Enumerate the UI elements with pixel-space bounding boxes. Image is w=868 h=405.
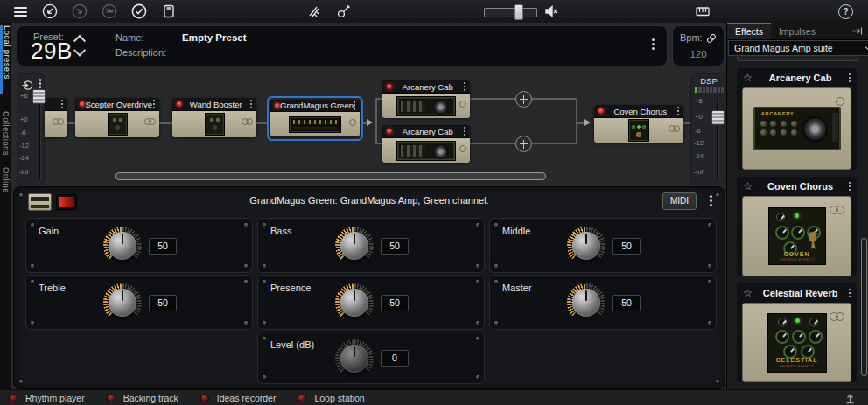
knob-cell-master: Master 50 xyxy=(489,275,717,330)
preset-source-rail: Local presets Collections Online xyxy=(0,23,12,389)
confirm-icon[interactable] xyxy=(131,3,147,19)
effects-list-scrollbar[interactable] xyxy=(861,238,867,376)
footer-item-ideas-recorder[interactable]: Ideas recorder xyxy=(200,393,276,403)
gain-knob[interactable] xyxy=(103,227,142,265)
effect-card-arcanery-cab[interactable]: ☆ Arcanery Cab ARCANERY xyxy=(737,68,857,170)
card-menu-icon[interactable] xyxy=(849,77,851,80)
guitar-icon[interactable] xyxy=(336,3,352,19)
volume-slider-handle[interactable] xyxy=(514,4,523,20)
bpm-value[interactable]: 120 xyxy=(673,49,724,59)
help-button[interactable]: ? xyxy=(838,4,853,19)
effect-card-coven-chorus[interactable]: ☆ Coven Chorus COVEN xyxy=(737,177,857,276)
effects-browser-panel: Effects Impulses Grand Magus Amp suite ☆… xyxy=(726,23,868,389)
input-menu-icon[interactable] xyxy=(39,82,42,85)
mute-icon[interactable] xyxy=(543,3,559,19)
middle-value-field[interactable]: 50 xyxy=(612,238,640,255)
pedal-thumbnail xyxy=(108,113,128,136)
input-fader-handle[interactable] xyxy=(32,89,46,104)
footer-item-backing-track[interactable]: Backing track xyxy=(107,393,178,403)
output-fader-handle[interactable] xyxy=(711,110,724,125)
mono-icon xyxy=(459,140,466,156)
presence-value-field[interactable]: 50 xyxy=(381,295,409,311)
signal-chain: +6 +0 -6 -12 -24 -inf xyxy=(11,66,726,185)
menu-icon[interactable] xyxy=(14,7,27,17)
suite-selector-value: Grand Magus Amp suite xyxy=(734,43,833,53)
chain-block-scepter-overdrive[interactable]: Scepter Overdrive xyxy=(75,98,159,137)
midi-device-icon[interactable] xyxy=(161,3,177,19)
add-node-button[interactable] xyxy=(515,136,532,152)
knob-cell-presence: Presence 50 xyxy=(257,275,485,330)
chain-scrollbar[interactable] xyxy=(116,172,546,180)
pedal-thumbnail xyxy=(628,119,649,142)
stereo-icon xyxy=(830,202,844,218)
level-value-field[interactable]: 0 xyxy=(381,350,409,367)
redo-icon[interactable] xyxy=(72,3,88,19)
presence-knob[interactable] xyxy=(335,283,374,322)
bass-knob[interactable] xyxy=(335,227,374,265)
rail-tab-online[interactable]: Online xyxy=(0,167,11,193)
favorite-star-icon[interactable]: ☆ xyxy=(743,177,752,196)
treble-knob[interactable] xyxy=(103,283,142,322)
master-value-field[interactable]: 50 xyxy=(612,295,640,311)
footer-item-rhythm-player[interactable]: Rhythm player xyxy=(9,393,85,403)
tab-impulses[interactable]: Impulses xyxy=(771,23,823,39)
middle-knob[interactable] xyxy=(567,227,606,265)
effect-card-celestial-reverb[interactable]: ☆ Celestial Reverb CELE xyxy=(737,283,857,382)
preset-down-button[interactable] xyxy=(75,47,88,59)
keyboard-icon[interactable] xyxy=(695,3,710,19)
footer-item-loop-station[interactable]: Loop station xyxy=(298,393,364,403)
preset-menu-icon[interactable] xyxy=(652,43,654,45)
wire-arrow xyxy=(584,119,591,126)
chain-block-wand-booster[interactable]: Wand Booster xyxy=(172,98,256,137)
block-menu-icon[interactable] xyxy=(464,130,466,133)
device-subtext: REVERB EFFECT xyxy=(768,364,826,368)
block-menu-icon[interactable] xyxy=(464,86,466,88)
card-partial[interactable] xyxy=(737,56,858,61)
chain-block-arcanery-cab-2[interactable]: Arcanery Cab xyxy=(382,125,470,163)
rail-tab-local-presets[interactable]: Local presets xyxy=(0,25,12,94)
block-menu-icon[interactable] xyxy=(677,110,680,113)
bpm-link-icon[interactable] xyxy=(706,31,717,47)
card-menu-icon[interactable] xyxy=(849,292,851,295)
midi-button[interactable]: MIDI xyxy=(662,192,696,210)
redo-all-icon[interactable] xyxy=(102,3,117,19)
favorite-star-icon[interactable]: ☆ xyxy=(743,283,752,303)
expand-panel-icon[interactable] xyxy=(844,392,856,405)
collapse-panel-icon[interactable] xyxy=(845,23,868,39)
editor-header: GrandMagus Green: GrandMagus Amp, Green … xyxy=(14,187,724,215)
gain-value-field[interactable]: 50 xyxy=(149,238,177,255)
tab-effects[interactable]: Effects xyxy=(727,23,771,39)
volume-slider[interactable] xyxy=(484,8,537,17)
block-menu-icon[interactable] xyxy=(250,103,253,106)
wire xyxy=(375,143,382,144)
scale-label: -24 xyxy=(694,152,704,160)
dsp-label: DSP xyxy=(691,76,726,86)
suite-selector[interactable]: Grand Magus Amp suite xyxy=(728,40,868,56)
chain-block-coven-chorus[interactable]: Coven Chorus xyxy=(594,105,683,143)
card-menu-icon[interactable] xyxy=(849,185,851,188)
preset-name-value[interactable]: Empty Preset xyxy=(182,32,247,43)
rail-tab-collections[interactable]: Collections xyxy=(0,111,11,156)
tuner-icon[interactable] xyxy=(306,3,322,19)
undo-icon[interactable] xyxy=(42,3,58,19)
bass-value-field[interactable]: 50 xyxy=(381,238,409,255)
block-menu-icon[interactable] xyxy=(61,103,64,106)
chain-block-arcanery-cab-1[interactable]: Arcanery Cab xyxy=(382,80,470,118)
knob-cell-bass: Bass 50 xyxy=(257,218,485,273)
treble-value-field[interactable]: 50 xyxy=(149,295,177,311)
editor-menu-icon[interactable] xyxy=(710,199,712,202)
master-knob[interactable] xyxy=(567,283,606,322)
scale-label: -inf xyxy=(694,168,703,176)
chain-block-grandmagus-selected[interactable]: GrandMagus Green xyxy=(267,96,363,141)
block-menu-icon[interactable] xyxy=(153,103,156,106)
wire xyxy=(159,122,172,124)
record-led-icon xyxy=(107,394,116,402)
amp-editor-panel: GrandMagus Green: GrandMagus Amp, Green … xyxy=(13,186,725,389)
add-node-button[interactable] xyxy=(515,91,532,108)
preset-up-button[interactable] xyxy=(75,34,88,46)
favorite-star-icon[interactable]: ☆ xyxy=(743,68,752,87)
block-title: Arcanery Cab xyxy=(392,82,464,92)
level-knob[interactable] xyxy=(335,339,374,378)
block-menu-icon[interactable] xyxy=(354,104,356,107)
pedal-thumbnail xyxy=(205,113,225,136)
